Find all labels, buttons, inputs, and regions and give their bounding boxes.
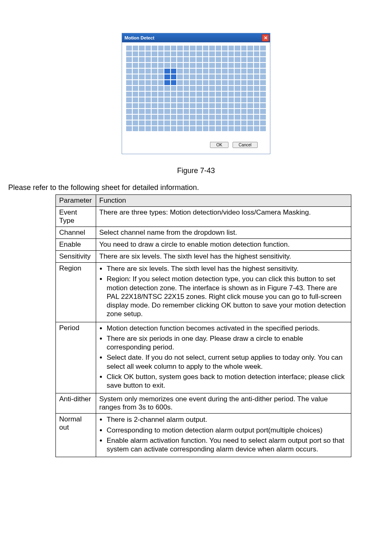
zone-cell[interactable] (126, 120, 132, 125)
zone-cell[interactable] (209, 51, 215, 56)
zone-cell[interactable] (260, 103, 266, 108)
zone-cell[interactable] (145, 109, 151, 114)
zone-cell[interactable] (145, 97, 151, 102)
zone-cell[interactable] (152, 63, 157, 68)
zone-cell[interactable] (177, 120, 183, 125)
zone-cell[interactable] (158, 86, 164, 91)
zone-cell[interactable] (241, 126, 247, 131)
zone-cell[interactable] (126, 57, 132, 62)
zone-cell[interactable] (177, 86, 183, 91)
ok-button[interactable]: OK (210, 142, 228, 148)
zone-cell[interactable] (133, 57, 138, 62)
zone-cell[interactable] (196, 51, 202, 56)
zone-cell[interactable] (203, 115, 209, 120)
zone-cell[interactable] (145, 57, 151, 62)
zone-cell[interactable] (247, 97, 253, 102)
zone-cell[interactable] (158, 69, 164, 74)
zone-cell[interactable] (139, 103, 145, 108)
zone-cell[interactable] (133, 46, 138, 51)
zone-cell[interactable] (254, 63, 260, 68)
zone-cell[interactable] (190, 115, 196, 120)
zone-cell[interactable] (196, 115, 202, 120)
zone-cell[interactable] (184, 74, 189, 79)
zone-cell[interactable] (254, 74, 260, 79)
zone-cell[interactable] (139, 126, 145, 131)
zone-cell[interactable] (152, 115, 157, 120)
zone-cell[interactable] (235, 80, 240, 85)
zone-cell[interactable] (235, 69, 240, 74)
zone-cell[interactable] (164, 92, 170, 97)
zone-cell[interactable] (177, 80, 183, 85)
zone-cell[interactable] (139, 92, 145, 97)
zone-cell[interactable] (203, 126, 209, 131)
zone-cell[interactable] (196, 63, 202, 68)
zone-cell[interactable] (126, 80, 132, 85)
zone-cell[interactable] (164, 109, 170, 114)
zone-cell[interactable] (235, 63, 240, 68)
zone-cell[interactable] (196, 97, 202, 102)
zone-cell[interactable] (133, 69, 138, 74)
zone-cell[interactable] (247, 51, 253, 56)
zone-cell[interactable] (190, 109, 196, 114)
zone-cell[interactable] (260, 97, 266, 102)
zone-cell[interactable] (216, 115, 221, 120)
zone-cell[interactable] (222, 126, 228, 131)
zone-cell[interactable] (209, 92, 215, 97)
zone-cell[interactable] (171, 63, 177, 68)
zone-cell[interactable] (184, 86, 189, 91)
zone-cell[interactable] (177, 57, 183, 62)
zone-cell[interactable] (196, 46, 202, 51)
zone-cell[interactable] (184, 103, 189, 108)
zone-cell[interactable] (235, 103, 240, 108)
zone-cell[interactable] (260, 74, 266, 79)
zone-cell[interactable] (222, 57, 228, 62)
zone-cell[interactable] (254, 69, 260, 74)
zone-cell[interactable] (145, 46, 151, 51)
zone-cell[interactable] (184, 63, 189, 68)
zone-cell[interactable] (235, 115, 240, 120)
zone-cell[interactable] (152, 92, 157, 97)
zone-cell[interactable] (139, 115, 145, 120)
zone-cell[interactable] (222, 103, 228, 108)
zone-cell[interactable] (171, 92, 177, 97)
zone-cell[interactable] (196, 109, 202, 114)
zone-cell[interactable] (254, 115, 260, 120)
zone-cell[interactable] (145, 80, 151, 85)
zone-cell[interactable] (247, 103, 253, 108)
zone-cell[interactable] (126, 109, 132, 114)
zone-cell[interactable] (171, 97, 177, 102)
zone-cell[interactable] (145, 51, 151, 56)
zone-cell[interactable] (126, 92, 132, 97)
zone-grid[interactable] (126, 46, 266, 131)
zone-cell[interactable] (126, 97, 132, 102)
zone-cell[interactable] (190, 103, 196, 108)
zone-cell[interactable] (203, 57, 209, 62)
zone-cell[interactable] (152, 97, 157, 102)
zone-cell[interactable] (184, 92, 189, 97)
zone-cell[interactable] (177, 46, 183, 51)
zone-cell[interactable] (260, 120, 266, 125)
zone-cell[interactable] (171, 46, 177, 51)
zone-cell[interactable] (145, 63, 151, 68)
zone-cell[interactable] (203, 109, 209, 114)
zone-cell[interactable] (164, 103, 170, 108)
zone-cell[interactable] (126, 69, 132, 74)
zone-cell[interactable] (171, 80, 177, 85)
zone-cell[interactable] (228, 74, 234, 79)
zone-cell[interactable] (216, 74, 221, 79)
zone-cell[interactable] (133, 63, 138, 68)
zone-cell[interactable] (209, 97, 215, 102)
zone-cell[interactable] (235, 51, 240, 56)
zone-cell[interactable] (216, 103, 221, 108)
zone-cell[interactable] (216, 126, 221, 131)
zone-cell[interactable] (139, 97, 145, 102)
zone-cell[interactable] (139, 86, 145, 91)
zone-cell[interactable] (241, 69, 247, 74)
zone-cell[interactable] (235, 97, 240, 102)
zone-cell[interactable] (139, 51, 145, 56)
zone-cell[interactable] (260, 115, 266, 120)
zone-cell[interactable] (184, 109, 189, 114)
zone-cell[interactable] (241, 97, 247, 102)
zone-cell[interactable] (133, 92, 138, 97)
zone-cell[interactable] (260, 51, 266, 56)
